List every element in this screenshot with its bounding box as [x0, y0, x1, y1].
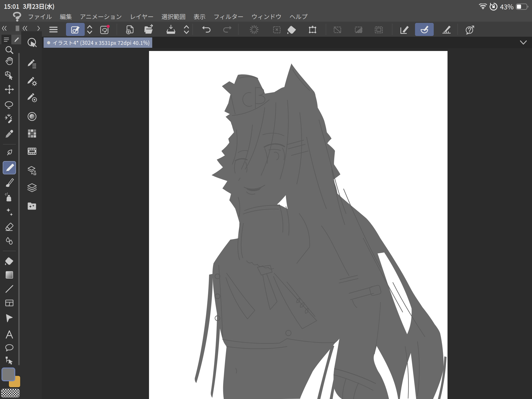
- brush-size-icon[interactable]: [26, 92, 38, 103]
- menu-item-3[interactable]: レイヤー: [130, 12, 154, 21]
- menu-item-6[interactable]: フィルター: [214, 12, 244, 21]
- artwork-sketch: [149, 51, 448, 399]
- eraser-tool-icon[interactable]: [4, 221, 15, 232]
- battery-percent: 43%: [500, 2, 514, 11]
- updown-chevron-icon[interactable]: [84, 24, 95, 35]
- command-divider: [392, 24, 392, 35]
- move-tool-icon[interactable]: [4, 84, 15, 95]
- menu-item-5[interactable]: 表示: [194, 12, 206, 21]
- decoration-tool-icon[interactable]: [4, 207, 15, 218]
- reselect-icon[interactable]: [271, 24, 283, 35]
- updown-chevron-icon[interactable]: [181, 24, 192, 35]
- menu-item-1[interactable]: 編集: [60, 12, 72, 21]
- grid-pen-icon[interactable]: [441, 24, 452, 35]
- snap-ruler-icon[interactable]: [399, 24, 410, 35]
- command-divider: [238, 24, 238, 35]
- tool-panel-header: [0, 31, 21, 44]
- tool-divider: [3, 251, 16, 251]
- deselect-icon[interactable]: [332, 24, 343, 35]
- quick-access-icon[interactable]: [26, 36, 38, 48]
- blend-tool-icon[interactable]: [4, 235, 15, 246]
- battery-icon: [516, 3, 529, 10]
- menu-item-4[interactable]: 選択範囲: [162, 12, 186, 21]
- fill-bucket-icon[interactable]: [286, 24, 298, 35]
- panel-menu-icon[interactable]: [1, 35, 11, 44]
- invert-selection-icon[interactable]: [353, 24, 364, 35]
- main-menu-icon[interactable]: [48, 24, 59, 35]
- command-divider: [193, 24, 193, 35]
- fill-tool-icon[interactable]: [4, 255, 15, 266]
- status-date: 3月23日(水): [23, 2, 54, 10]
- canvas-area[interactable]: [42, 48, 532, 399]
- status-time: 15:01: [4, 2, 19, 10]
- tool-scrollbar[interactable]: [18, 53, 20, 365]
- subtool-icon[interactable]: [26, 58, 38, 69]
- lasso-tool-icon[interactable]: [4, 99, 15, 110]
- command-divider: [117, 24, 117, 35]
- command-divider: [326, 24, 326, 35]
- menu-item-2[interactable]: アニメーション: [80, 12, 122, 21]
- color-set-icon[interactable]: [26, 128, 38, 139]
- document-tab[interactable]: イラスト4* (3024 x 3531px 72dpi 40.1%): [44, 37, 152, 48]
- color-wheel-icon[interactable]: [26, 111, 38, 122]
- transparent-color-swatch[interactable]: [1, 389, 20, 398]
- touch-gesture-icon[interactable]: [70, 24, 81, 35]
- clip-studio-logo-icon: [11, 11, 23, 22]
- document-tab-bar: イラスト4* (3024 x 3531px 72dpi 40.1%): [42, 37, 532, 48]
- wand-tool-icon[interactable]: [4, 113, 15, 124]
- clip-studio-app-icon[interactable]: [99, 24, 110, 35]
- main-color-swatch[interactable]: [1, 367, 15, 381]
- tool-divider: [3, 144, 16, 145]
- airbrush-tool-icon[interactable]: [4, 192, 15, 202]
- redo-icon[interactable]: [222, 24, 233, 35]
- menu-bar: ファイル編集アニメーションレイヤー選択範囲表示フィルターウィンドウヘルプ: [28, 11, 316, 22]
- document-canvas[interactable]: [149, 51, 448, 399]
- gradient-tool-icon[interactable]: [4, 269, 15, 280]
- layer-icon[interactable]: [26, 182, 38, 194]
- blend-cmd-icon[interactable]: [419, 24, 430, 35]
- tool-property-icon[interactable]: [26, 75, 38, 87]
- eyedropper-tool-icon[interactable]: [4, 128, 15, 139]
- hand-tool-icon[interactable]: [4, 55, 15, 66]
- status-icons: 43%: [479, 2, 529, 11]
- pen-tool-icon[interactable]: [4, 147, 15, 158]
- brush-tool-icon[interactable]: [4, 177, 15, 188]
- status-menu-bar: 15:01 3月23日(水) 43% ファイル編集アニメーションレイヤー選択範囲…: [0, 0, 532, 22]
- wifi-icon: [479, 3, 487, 10]
- balloon-tool-icon[interactable]: [4, 343, 15, 353]
- operation-tool-icon[interactable]: [4, 70, 15, 81]
- unsaved-dot-icon: [47, 41, 50, 44]
- document-tab-label: イラスト4* (3024 x 3531px 72dpi 40.1%): [52, 39, 150, 46]
- pencil-tool-icon[interactable]: [4, 162, 15, 173]
- processing-spinner-icon[interactable]: [249, 24, 260, 35]
- active-tool-tab[interactable]: [11, 35, 21, 44]
- chevron-down-icon[interactable]: [519, 39, 528, 46]
- menu-item-8[interactable]: ヘルプ: [289, 12, 308, 21]
- open-file-icon[interactable]: [143, 24, 155, 35]
- figure-tool-icon[interactable]: [4, 283, 15, 294]
- polyline-tool-icon[interactable]: [4, 313, 15, 323]
- timeline-icon[interactable]: [26, 145, 38, 157]
- command-bar: [0, 22, 532, 37]
- transform-icon[interactable]: [307, 24, 318, 35]
- layer-property-icon[interactable]: [26, 164, 38, 176]
- frame-tool-icon[interactable]: [4, 298, 15, 308]
- help-icon[interactable]: [464, 24, 476, 35]
- new-canvas-icon[interactable]: [124, 24, 136, 35]
- selection-border-icon[interactable]: [373, 24, 384, 35]
- undo-icon[interactable]: [201, 24, 212, 35]
- command-divider: [458, 24, 458, 35]
- zoom-tool-icon[interactable]: [4, 45, 15, 56]
- tool-palette: [0, 31, 42, 399]
- material-icon[interactable]: [26, 200, 38, 212]
- orientation-lock-icon: [489, 2, 498, 11]
- line-fix-tool-icon[interactable]: [4, 355, 15, 366]
- menu-item-7[interactable]: ウィンドウ: [251, 12, 282, 21]
- text-tool-icon[interactable]: [4, 329, 15, 340]
- save-icon[interactable]: [165, 24, 177, 35]
- menu-item-0[interactable]: ファイル: [28, 12, 52, 21]
